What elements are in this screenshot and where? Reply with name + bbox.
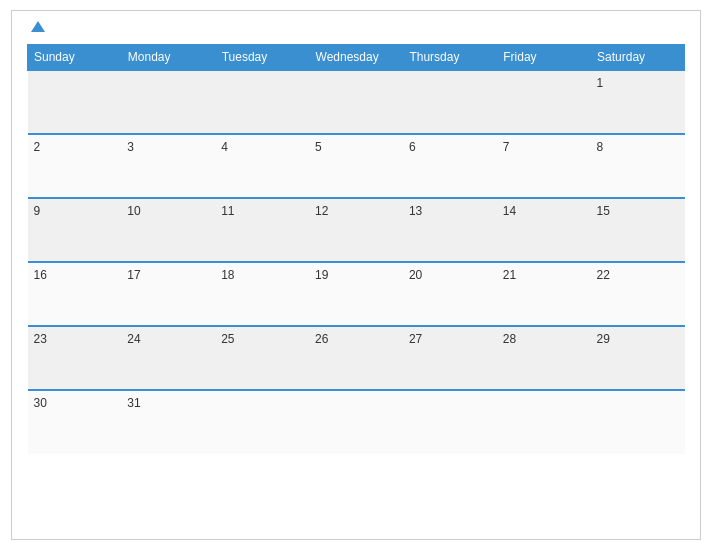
day-number: 18 [221, 268, 234, 282]
day-number: 20 [409, 268, 422, 282]
day-cell-15: 15 [591, 198, 685, 262]
day-cell-4: 4 [215, 134, 309, 198]
empty-cell [215, 390, 309, 454]
day-cell-14: 14 [497, 198, 591, 262]
day-cell-22: 22 [591, 262, 685, 326]
day-cell-25: 25 [215, 326, 309, 390]
day-number: 3 [127, 140, 134, 154]
logo-triangle-icon [31, 21, 45, 32]
day-cell-20: 20 [403, 262, 497, 326]
day-number: 11 [221, 204, 234, 218]
day-number: 21 [503, 268, 516, 282]
week-row-5: 23242526272829 [28, 326, 685, 390]
day-cell-2: 2 [28, 134, 122, 198]
weekday-header-friday: Friday [497, 45, 591, 71]
empty-cell [497, 70, 591, 134]
day-cell-13: 13 [403, 198, 497, 262]
day-number: 16 [34, 268, 47, 282]
empty-cell [591, 390, 685, 454]
day-cell-19: 19 [309, 262, 403, 326]
weekday-header-row: SundayMondayTuesdayWednesdayThursdayFrid… [28, 45, 685, 71]
empty-cell [309, 70, 403, 134]
day-cell-31: 31 [121, 390, 215, 454]
empty-cell [215, 70, 309, 134]
day-number: 14 [503, 204, 516, 218]
day-number: 26 [315, 332, 328, 346]
day-number: 6 [409, 140, 416, 154]
empty-cell [403, 390, 497, 454]
day-number: 29 [597, 332, 610, 346]
day-number: 22 [597, 268, 610, 282]
day-cell-8: 8 [591, 134, 685, 198]
day-cell-9: 9 [28, 198, 122, 262]
day-number: 28 [503, 332, 516, 346]
logo-area [27, 21, 45, 32]
day-cell-7: 7 [497, 134, 591, 198]
weekday-header-wednesday: Wednesday [309, 45, 403, 71]
day-cell-28: 28 [497, 326, 591, 390]
day-number: 30 [34, 396, 47, 410]
empty-cell [121, 70, 215, 134]
day-number: 17 [127, 268, 140, 282]
calendar-container: SundayMondayTuesdayWednesdayThursdayFrid… [11, 10, 701, 540]
day-cell-26: 26 [309, 326, 403, 390]
day-number: 27 [409, 332, 422, 346]
day-cell-21: 21 [497, 262, 591, 326]
day-number: 5 [315, 140, 322, 154]
day-number: 10 [127, 204, 140, 218]
day-cell-6: 6 [403, 134, 497, 198]
week-row-2: 2345678 [28, 134, 685, 198]
day-cell-29: 29 [591, 326, 685, 390]
day-number: 12 [315, 204, 328, 218]
week-row-4: 16171819202122 [28, 262, 685, 326]
weekday-header-sunday: Sunday [28, 45, 122, 71]
day-cell-1: 1 [591, 70, 685, 134]
calendar-grid: SundayMondayTuesdayWednesdayThursdayFrid… [27, 44, 685, 454]
day-cell-18: 18 [215, 262, 309, 326]
day-number: 23 [34, 332, 47, 346]
day-number: 2 [34, 140, 41, 154]
empty-cell [309, 390, 403, 454]
weekday-header-thursday: Thursday [403, 45, 497, 71]
day-cell-17: 17 [121, 262, 215, 326]
day-number: 24 [127, 332, 140, 346]
day-number: 13 [409, 204, 422, 218]
day-cell-11: 11 [215, 198, 309, 262]
day-cell-30: 30 [28, 390, 122, 454]
week-row-3: 9101112131415 [28, 198, 685, 262]
day-cell-3: 3 [121, 134, 215, 198]
calendar-header [27, 21, 685, 36]
day-number: 25 [221, 332, 234, 346]
day-cell-16: 16 [28, 262, 122, 326]
weekday-header-tuesday: Tuesday [215, 45, 309, 71]
day-number: 15 [597, 204, 610, 218]
empty-cell [497, 390, 591, 454]
day-number: 1 [597, 76, 604, 90]
week-row-6: 3031 [28, 390, 685, 454]
day-number: 7 [503, 140, 510, 154]
empty-cell [28, 70, 122, 134]
empty-cell [403, 70, 497, 134]
day-cell-23: 23 [28, 326, 122, 390]
weekday-header-saturday: Saturday [591, 45, 685, 71]
day-number: 31 [127, 396, 140, 410]
day-number: 8 [597, 140, 604, 154]
day-number: 19 [315, 268, 328, 282]
day-cell-24: 24 [121, 326, 215, 390]
day-cell-27: 27 [403, 326, 497, 390]
day-number: 4 [221, 140, 228, 154]
week-row-1: 1 [28, 70, 685, 134]
day-number: 9 [34, 204, 41, 218]
day-cell-5: 5 [309, 134, 403, 198]
day-cell-10: 10 [121, 198, 215, 262]
weekday-header-monday: Monday [121, 45, 215, 71]
day-cell-12: 12 [309, 198, 403, 262]
